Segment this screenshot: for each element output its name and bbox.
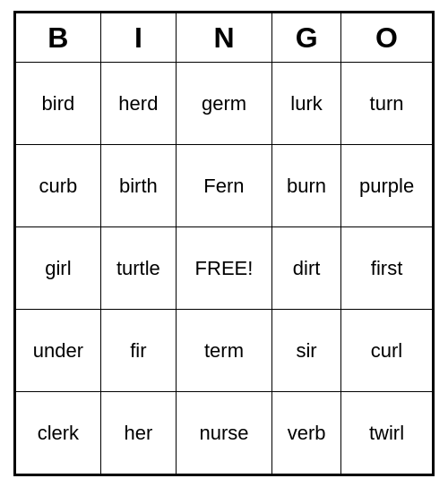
cell-r0-c2: germ — [176, 63, 271, 145]
cell-r3-c4: curl — [341, 310, 433, 392]
cell-r0-c1: herd — [100, 63, 176, 145]
table-row: birdherdgermlurkturn — [16, 63, 433, 145]
cell-r4-c4: twirl — [341, 392, 433, 474]
cell-r1-c3: burn — [272, 145, 341, 227]
table-row: curbbirthFernburnpurple — [16, 145, 433, 227]
cell-r0-c4: turn — [341, 63, 433, 145]
cell-r2-c1: turtle — [100, 227, 176, 310]
cell-r4-c0: clerk — [16, 392, 101, 474]
cell-r2-c0: girl — [16, 227, 101, 310]
col-n: N — [176, 13, 271, 63]
table-row: girlturtleFREE!dirtfirst — [16, 227, 433, 310]
cell-r3-c2: term — [176, 310, 271, 392]
col-i: I — [100, 13, 176, 63]
cell-r2-c2: FREE! — [176, 227, 271, 310]
cell-r1-c0: curb — [16, 145, 101, 227]
table-row: clerkhernurseverbtwirl — [16, 392, 433, 474]
cell-r0-c3: lurk — [272, 63, 341, 145]
cell-r1-c4: purple — [341, 145, 433, 227]
cell-r2-c3: dirt — [272, 227, 341, 310]
table-row: underfirtermsircurl — [16, 310, 433, 392]
cell-r4-c1: her — [100, 392, 176, 474]
cell-r2-c4: first — [341, 227, 433, 310]
cell-r4-c3: verb — [272, 392, 341, 474]
cell-r3-c0: under — [16, 310, 101, 392]
col-o: O — [341, 13, 433, 63]
cell-r4-c2: nurse — [176, 392, 271, 474]
cell-r1-c2: Fern — [176, 145, 271, 227]
cell-r3-c1: fir — [100, 310, 176, 392]
col-b: B — [16, 13, 101, 63]
cell-r3-c3: sir — [272, 310, 341, 392]
bingo-card: B I N G O birdherdgermlurkturncurbbirthF… — [13, 11, 435, 476]
cell-r0-c0: bird — [16, 63, 101, 145]
header-row: B I N G O — [16, 13, 433, 63]
cell-r1-c1: birth — [100, 145, 176, 227]
col-g: G — [272, 13, 341, 63]
